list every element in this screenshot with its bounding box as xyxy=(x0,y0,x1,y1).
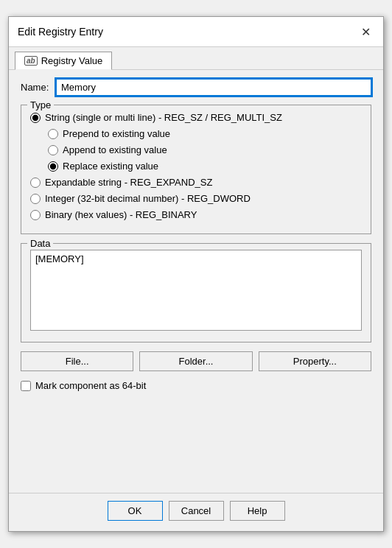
tab-label: Registry Value xyxy=(41,55,103,66)
tabs-bar: ab Registry Value xyxy=(9,47,383,70)
tab-icon: ab xyxy=(24,56,38,66)
radio-option-replace: Replace existing value xyxy=(48,160,362,172)
radio-prepend[interactable] xyxy=(48,129,58,139)
checkbox-row: Mark component as 64-bit xyxy=(21,380,371,391)
radio-replace-label[interactable]: Replace existing value xyxy=(63,161,158,172)
radio-integer-label[interactable]: Integer (32-bit decimal number) - REG_DW… xyxy=(45,193,251,204)
radio-string-label[interactable]: String (single or multi line) - REG_SZ /… xyxy=(45,112,282,123)
radio-append[interactable] xyxy=(48,145,58,155)
radio-option-prepend: Prepend to existing value xyxy=(48,127,362,140)
bottom-buttons: OK Cancel Help xyxy=(9,493,383,531)
title-bar: Edit Registry Entry ✕ xyxy=(9,17,383,47)
cancel-button[interactable]: Cancel xyxy=(169,501,224,521)
radio-integer[interactable] xyxy=(30,194,41,204)
radio-option-binary: Binary (hex values) - REG_BINARY xyxy=(30,208,362,221)
dialog-title: Edit Registry Entry xyxy=(18,26,103,38)
radio-option-append: Append to existing value xyxy=(48,144,362,156)
main-content: Name: Type String (single or multi line)… xyxy=(9,70,383,493)
data-group-label: Data xyxy=(27,238,53,249)
name-row: Name: xyxy=(21,79,371,96)
radio-replace[interactable] xyxy=(48,161,58,172)
file-buttons: File... Folder... Property... xyxy=(21,351,371,371)
radio-expandable[interactable] xyxy=(30,178,41,188)
dialog: Edit Registry Entry ✕ ab Registry Value … xyxy=(8,16,384,532)
file-button[interactable]: File... xyxy=(21,351,133,371)
name-input[interactable] xyxy=(56,79,371,96)
ok-button[interactable]: OK xyxy=(108,501,163,521)
name-label: Name: xyxy=(21,82,50,93)
radio-binary[interactable] xyxy=(30,210,41,220)
type-group-label: Type xyxy=(27,99,54,110)
type-group: Type String (single or multi line) - REG… xyxy=(21,105,371,234)
data-group: Data [MEMORY] xyxy=(21,243,371,342)
radio-string[interactable] xyxy=(30,113,41,123)
tab-registry-value[interactable]: ab Registry Value xyxy=(15,52,112,70)
radio-append-label[interactable]: Append to existing value xyxy=(63,144,167,155)
radio-expandable-label[interactable]: Expandable string - REG_EXPAND_SZ xyxy=(45,177,212,188)
radio-option-integer: Integer (32-bit decimal number) - REG_DW… xyxy=(30,192,362,205)
64bit-label[interactable]: Mark component as 64-bit xyxy=(35,380,146,391)
radio-option-expandable: Expandable string - REG_EXPAND_SZ xyxy=(30,176,362,189)
radio-binary-label[interactable]: Binary (hex values) - REG_BINARY xyxy=(45,209,197,220)
help-button[interactable]: Help xyxy=(230,501,285,521)
data-textarea[interactable]: [MEMORY] xyxy=(30,250,362,331)
folder-button[interactable]: Folder... xyxy=(139,351,252,371)
radio-prepend-label[interactable]: Prepend to existing value xyxy=(63,128,170,139)
close-button[interactable]: ✕ xyxy=(357,23,374,41)
64bit-checkbox[interactable] xyxy=(21,381,31,391)
property-button[interactable]: Property... xyxy=(259,351,371,371)
radio-option-string: String (single or multi line) - REG_SZ /… xyxy=(30,111,362,124)
